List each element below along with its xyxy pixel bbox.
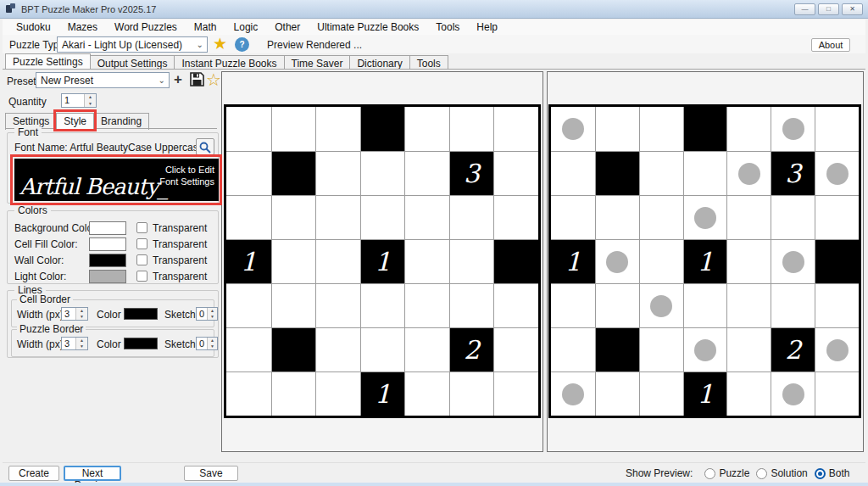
menu-item-mazes[interactable]: Mazes bbox=[59, 20, 106, 35]
window-frame bbox=[0, 483, 868, 486]
grid-cell bbox=[683, 195, 727, 239]
create-button[interactable]: Create bbox=[8, 466, 59, 481]
menu-item-tools[interactable]: Tools bbox=[427, 20, 468, 35]
border-width-stepper[interactable]: 3▲▼ bbox=[61, 337, 88, 350]
grid-cell bbox=[551, 327, 595, 371]
app-window: BPT Puzzle Maker Pro v2025.17 — □ ✕ Sudo… bbox=[0, 0, 868, 486]
stepper-arrows-icon[interactable]: ▲▼ bbox=[84, 94, 96, 107]
light-circle bbox=[782, 118, 804, 140]
tab-divider bbox=[3, 69, 865, 70]
preset-select[interactable]: New Preset ⌄ bbox=[36, 72, 170, 88]
radio-option-puzzle[interactable]: Puzzle bbox=[704, 467, 749, 479]
grid-cell: 1 bbox=[683, 371, 727, 416]
light-circle bbox=[782, 251, 804, 273]
sketch-stepper[interactable]: 0▲▼ bbox=[196, 307, 218, 321]
line-group-legend: Puzzle Border bbox=[17, 323, 86, 335]
stepper-arrows-icon[interactable]: ▲▼ bbox=[207, 308, 217, 320]
puzzle-type-bar: Puzzle Type Akari - Light Up (Licensed) … bbox=[3, 35, 865, 53]
color-swatch[interactable] bbox=[89, 237, 126, 251]
minimize-icon[interactable]: — bbox=[794, 3, 815, 15]
transparent-checkbox[interactable] bbox=[136, 271, 147, 282]
grid-cell bbox=[315, 283, 360, 327]
grid-cell bbox=[639, 195, 683, 239]
main-tab-bar: Puzzle SettingsOutput SettingsInstant Pu… bbox=[3, 53, 865, 69]
radio-option-solution[interactable]: Solution bbox=[756, 467, 807, 479]
transparent-checkbox[interactable] bbox=[136, 222, 147, 233]
tab-puzzle-settings[interactable]: Puzzle Settings bbox=[5, 53, 91, 69]
radio-icon[interactable] bbox=[756, 468, 767, 479]
puzzle-type-select[interactable]: Akari - Light Up (Licensed) ⌄ bbox=[57, 36, 208, 53]
save-preview-button[interactable]: Save Preview bbox=[184, 466, 238, 481]
width-label: Width (px) bbox=[17, 309, 64, 321]
transparent-checkbox[interactable] bbox=[136, 238, 147, 249]
menu-item-logic[interactable]: Logic bbox=[225, 20, 267, 35]
menu-item-word-puzzles[interactable]: Word Puzzles bbox=[106, 20, 186, 35]
grid-cell: 3 bbox=[449, 151, 494, 195]
border-color-swatch[interactable] bbox=[124, 308, 158, 320]
tab-time-saver[interactable]: Time Saver bbox=[284, 55, 351, 69]
about-button[interactable]: About bbox=[811, 38, 850, 52]
maximize-icon[interactable]: □ bbox=[818, 3, 839, 15]
menu-item-sudoku[interactable]: Sudoku bbox=[8, 20, 59, 35]
grid-cell bbox=[726, 327, 771, 371]
grid-cell bbox=[449, 195, 494, 239]
color-swatch[interactable] bbox=[89, 270, 126, 283]
light-circle bbox=[826, 163, 849, 185]
footer-bar: Create Next Preview Save Preview Show Pr… bbox=[3, 463, 865, 483]
add-preset-icon[interactable]: + bbox=[174, 71, 182, 88]
font-search-button[interactable] bbox=[196, 138, 214, 155]
color-swatch[interactable] bbox=[89, 221, 126, 235]
quantity-label: Quantity bbox=[8, 96, 47, 108]
transparent-checkbox[interactable] bbox=[136, 254, 147, 265]
color-swatch[interactable] bbox=[89, 254, 126, 267]
tab-dictionary[interactable]: Dictionary bbox=[349, 55, 409, 69]
grid-cell bbox=[815, 107, 859, 151]
light-circle bbox=[694, 339, 716, 361]
menu-item-help[interactable]: Help bbox=[468, 20, 506, 35]
subtab-branding[interactable]: Branding bbox=[93, 113, 149, 130]
save-preset-icon[interactable] bbox=[190, 72, 204, 89]
menu-item-math[interactable]: Math bbox=[186, 20, 225, 35]
grid-cell bbox=[493, 151, 538, 195]
grid-cell bbox=[683, 107, 727, 151]
radio-label: Solution bbox=[771, 467, 807, 479]
light-circle bbox=[826, 339, 849, 361]
favorite-star-icon[interactable]: ★ bbox=[213, 34, 227, 53]
grid-cell bbox=[639, 371, 683, 416]
grid-cell bbox=[771, 283, 815, 327]
radio-icon[interactable] bbox=[704, 468, 715, 479]
menu-item-other[interactable]: Other bbox=[266, 20, 309, 35]
line-settings-row: Width (px)3▲▼ColorSketch0▲▼ bbox=[17, 337, 212, 350]
solution-grid: 31121 bbox=[548, 104, 861, 418]
border-color-swatch[interactable] bbox=[124, 338, 158, 349]
light-circle bbox=[694, 207, 716, 229]
tab-tools[interactable]: Tools bbox=[409, 55, 448, 69]
tab-output-settings[interactable]: Output Settings bbox=[90, 55, 175, 69]
menu-item-ultimate-puzzle-books[interactable]: Ultimate Puzzle Books bbox=[309, 20, 427, 35]
stepper-arrows-icon[interactable]: ▲▼ bbox=[75, 308, 87, 320]
app-icon bbox=[5, 3, 16, 14]
light-circle bbox=[738, 163, 760, 185]
grid-cell bbox=[551, 371, 595, 416]
window-title: BPT Puzzle Maker Pro v2025.17 bbox=[21, 4, 156, 14]
show-preview-label: Show Preview: bbox=[626, 467, 693, 479]
subtab-style[interactable]: Style bbox=[56, 113, 94, 130]
radio-icon[interactable] bbox=[815, 468, 826, 479]
sketch-label: Sketch bbox=[164, 309, 196, 321]
favorite-preset-star-icon[interactable]: ☆ bbox=[206, 70, 221, 90]
grid-cell bbox=[271, 195, 316, 239]
tab-instant-puzzle-books[interactable]: Instant Puzzle Books bbox=[174, 55, 284, 69]
help-icon[interactable]: ? bbox=[235, 37, 249, 52]
grid-cell bbox=[815, 283, 859, 327]
stepper-arrows-icon[interactable]: ▲▼ bbox=[207, 338, 217, 349]
sketch-stepper[interactable]: 0▲▼ bbox=[196, 337, 218, 350]
next-preview-button[interactable]: Next Preview bbox=[64, 466, 121, 481]
close-icon[interactable]: ✕ bbox=[842, 3, 863, 15]
quantity-stepper[interactable]: 1 ▲▼ bbox=[61, 93, 97, 108]
stepper-arrows-icon[interactable]: ▲▼ bbox=[75, 338, 87, 349]
radio-option-both[interactable]: Both bbox=[815, 467, 850, 479]
grid-cell bbox=[493, 195, 538, 239]
grid-cell bbox=[493, 327, 538, 371]
font-preview-button[interactable]: Artful Beauty_ Click to Edit Font Settin… bbox=[14, 159, 219, 201]
border-width-stepper[interactable]: 3▲▼ bbox=[61, 307, 88, 321]
